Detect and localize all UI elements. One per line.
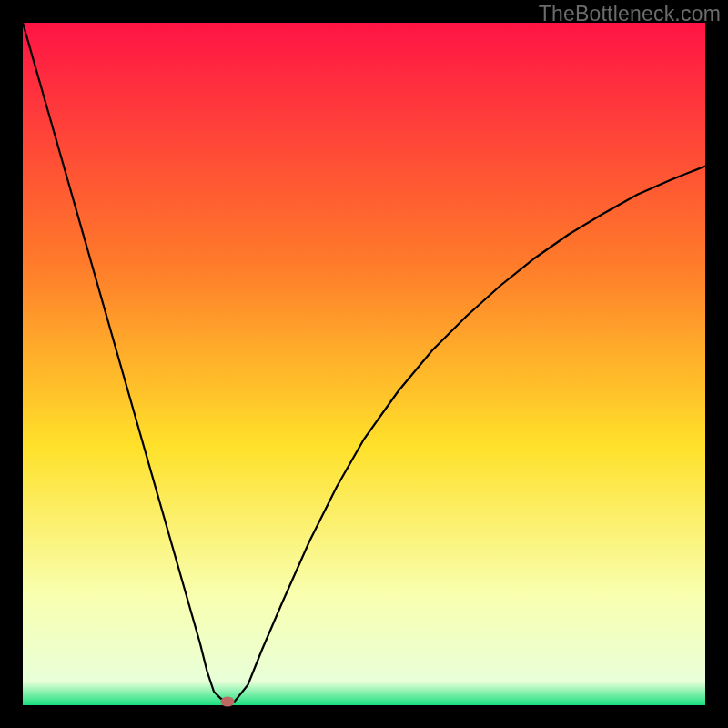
watermark-text: TheBottleneck.com	[539, 2, 721, 26]
chart-frame: TheBottleneck.com	[0, 0, 728, 728]
gradient-background	[23, 23, 705, 705]
optimum-marker	[221, 697, 235, 707]
bottleneck-plot	[23, 23, 705, 705]
